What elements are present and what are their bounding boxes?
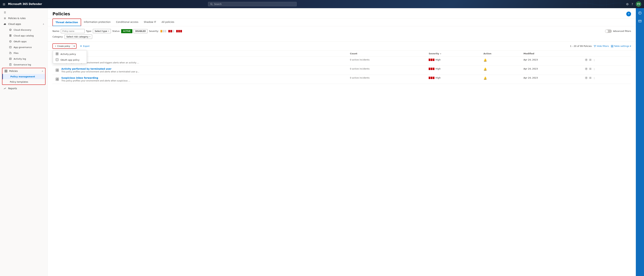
- name-filter-input[interactable]: [61, 29, 85, 33]
- export-button[interactable]: ⬇ Export: [78, 44, 92, 48]
- svg-rect-30: [611, 47, 613, 47]
- type-filter-select[interactable]: Select type ▾: [93, 29, 111, 33]
- sidebar-item-files[interactable]: Files: [1, 50, 46, 56]
- sidebar-item-oauth-apps[interactable]: OAuth apps: [1, 38, 46, 44]
- settings-row-icon[interactable]: [585, 76, 588, 80]
- sidebar-item-reports[interactable]: Reports: [1, 86, 46, 91]
- search-input[interactable]: [214, 3, 294, 6]
- action-bell-icon: 🔔: [484, 58, 487, 62]
- table-header-row: Name Count Severity ▾ Action: [52, 50, 631, 57]
- help-nav-icon[interactable]: ?: [632, 2, 633, 6]
- table-settings-button[interactable]: Table settings ▾: [611, 45, 631, 47]
- tab-threat-detection[interactable]: Threat detection: [52, 18, 81, 26]
- svg-point-6: [10, 40, 12, 42]
- create-policy-dropdown-button[interactable]: ▾: [72, 44, 76, 48]
- col-header-count: Count: [348, 50, 426, 57]
- right-panel-chat-button[interactable]: [636, 10, 643, 16]
- app-governance-icon: [9, 46, 12, 49]
- svg-rect-7: [9, 46, 12, 48]
- list-row-icon[interactable]: [589, 68, 592, 71]
- settings-row-icon[interactable]: [585, 58, 588, 62]
- sev-bar-2: [431, 58, 432, 61]
- table-settings-icon: [611, 45, 613, 47]
- list-row-icon[interactable]: [589, 58, 592, 62]
- policy-name-link[interactable]: Suspicious inbox forwarding: [61, 76, 130, 79]
- row-name-text: Suspicious inbox forwarding This policy …: [61, 76, 130, 82]
- svg-rect-29: [611, 46, 613, 46]
- sidebar-item-governance-log[interactable]: Governance log: [1, 62, 46, 68]
- col-header-severity[interactable]: Severity ▾: [426, 50, 481, 57]
- search-icon: [210, 3, 212, 5]
- category-filter-label: Category:: [52, 36, 63, 38]
- filters-row: Name: Type: Select type ▾ Status: ACTIVE…: [52, 29, 631, 33]
- help-button[interactable]: ?: [626, 12, 631, 16]
- svg-rect-25: [57, 54, 58, 55]
- right-panel-feedback-button[interactable]: [636, 18, 643, 24]
- svg-rect-49: [56, 80, 57, 80]
- settings-icon[interactable]: ⚙: [626, 2, 629, 6]
- sidebar-hamburger[interactable]: ☰: [1, 10, 46, 15]
- category-filter-select[interactable]: Select risk category ▾: [64, 34, 92, 39]
- count-badge: 0 active incidents: [350, 76, 370, 79]
- cloud-apps-label: Cloud apps: [8, 23, 41, 26]
- advanced-filters-label: Advanced filters: [613, 30, 631, 32]
- category-row: Category: Select risk category ▾: [52, 34, 631, 39]
- sidebar-item-policy-management[interactable]: Policy management: [2, 74, 45, 79]
- severity-low-icon[interactable]: [160, 30, 167, 33]
- filters-section: Name: Type: Select type ▾ Status: ACTIVE…: [48, 26, 636, 42]
- svg-point-51: [586, 78, 587, 78]
- severity-text: High: [436, 58, 440, 61]
- severity-medium-icon[interactable]: [168, 30, 175, 33]
- row-count-cell: 0 active incidents: [348, 57, 426, 66]
- sidebar-item-policies-rules[interactable]: ⊞ Policies & rules: [1, 15, 46, 21]
- hide-filters-button[interactable]: Hide filters: [594, 45, 609, 47]
- reports-label: Reports: [8, 87, 44, 90]
- activity-log-icon: [9, 57, 12, 60]
- svg-rect-23: [57, 53, 58, 54]
- status-active-button[interactable]: ACTIVE: [121, 29, 132, 33]
- sidebar-item-activity-log[interactable]: Activity log: [1, 56, 46, 62]
- files-icon: [9, 52, 12, 54]
- settings-row-icon[interactable]: [585, 68, 588, 71]
- sidebar-item-app-governance[interactable]: App governance: [1, 44, 46, 50]
- type-filter-label: Type:: [86, 30, 92, 32]
- avatar[interactable]: TT: [636, 1, 641, 7]
- create-policy-button[interactable]: + Create policy: [53, 44, 72, 48]
- sidebar-item-policies[interactable]: Policies ∧: [2, 68, 45, 74]
- grid-icon[interactable]: ⊞: [3, 2, 5, 6]
- sidebar-item-cloud-apps[interactable]: Cloud apps ∧: [1, 21, 46, 27]
- tab-conditional-access[interactable]: Conditional access: [113, 18, 141, 26]
- dropdown-item-oauth-app-policy[interactable]: OAuth app policy: [53, 57, 87, 63]
- type-filter-value: Select type: [95, 30, 107, 32]
- tab-shadow-it[interactable]: Shadow IT: [141, 18, 159, 26]
- row-name-content: Suspicious inbox forwarding This policy …: [54, 76, 346, 82]
- more-row-icon[interactable]: ⋮: [593, 68, 595, 70]
- more-row-icon[interactable]: ⋮: [593, 77, 595, 80]
- list-row-icon[interactable]: [589, 76, 592, 80]
- more-row-icon[interactable]: ⋮: [593, 59, 595, 61]
- svg-rect-18: [5, 70, 6, 71]
- tabs-row: Threat detection Information protection …: [48, 18, 636, 26]
- modified-date: Apr 24, 2023: [524, 76, 538, 79]
- sidebar-item-policy-templates[interactable]: Policy templates: [2, 79, 45, 84]
- row-name-cell: Suspicious inbox forwarding This policy …: [52, 75, 348, 84]
- table-row: Activity This policy profiles your envir…: [52, 57, 631, 66]
- tab-information-protection[interactable]: Information protection: [81, 18, 113, 26]
- sidebar-item-cloud-app-catalog[interactable]: Cloud app catalog: [1, 33, 46, 38]
- severity-high-icon[interactable]: [176, 30, 183, 33]
- search-bar: [208, 2, 296, 6]
- severity-filter: Severity:: [149, 30, 182, 33]
- hide-filters-label: Hide filters: [597, 45, 609, 47]
- advanced-filters-toggle[interactable]: [605, 30, 612, 33]
- dropdown-item-activity-policy[interactable]: Activity policy: [53, 51, 87, 57]
- plus-icon: +: [55, 45, 56, 47]
- policies-chevron: ∧: [42, 70, 43, 72]
- svg-rect-20: [5, 71, 6, 72]
- tab-all-policies[interactable]: All policies: [159, 18, 177, 26]
- svg-rect-48: [58, 78, 58, 79]
- status-disabled-button[interactable]: DISABLED: [134, 29, 148, 33]
- filter-icon: [594, 45, 596, 47]
- policy-name-link[interactable]: Activity performed by terminated user: [61, 68, 139, 70]
- sidebar-item-cloud-discovery[interactable]: Cloud discovery: [1, 27, 46, 33]
- table-section: Name Count Severity ▾ Action: [48, 50, 636, 276]
